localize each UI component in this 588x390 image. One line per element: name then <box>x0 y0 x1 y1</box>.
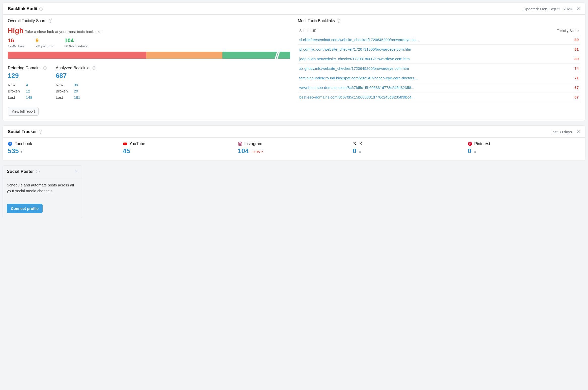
ref-value[interactable]: 4 <box>26 83 28 87</box>
info-icon[interactable]: i <box>36 170 40 173</box>
social-value-row: 5350 <box>8 147 120 155</box>
ref-label: Broken <box>8 89 23 93</box>
social-item-youtube: YouTube45 <box>123 142 235 155</box>
social-item-header[interactable]: Instagram <box>238 142 350 146</box>
social-value-row: 00 <box>468 147 580 155</box>
social-poster-card: Social Poster i ✕ Schedule and automate … <box>3 165 82 218</box>
analyzed-backlinks-label: Analyzed Backlinks <box>56 66 91 70</box>
toxicity-score-cell: 67 <box>531 83 580 92</box>
ref-value[interactable]: 161 <box>74 95 80 100</box>
toxicity-score-cell: 67 <box>531 92 580 102</box>
table-row: best-seo-domains.com/8c67fd5c15b605331d7… <box>298 92 580 102</box>
info-icon[interactable]: i <box>93 66 96 70</box>
social-delta: -0.95% <box>251 150 263 154</box>
toxicity-score-cell: 74 <box>531 64 580 73</box>
close-icon[interactable]: ✕ <box>576 129 580 134</box>
col-toxicity-score: Toxicity Score <box>531 27 580 35</box>
social-name: Instagram <box>244 142 262 146</box>
table-row: www.best-seo-domains.com/8c67fd5c15b6053… <box>298 83 580 92</box>
social-value-row: 00 <box>353 147 465 155</box>
ref-row: New 39 <box>56 82 106 88</box>
source-url-cell[interactable]: femininaunderground.blogspot.com/2021/07… <box>298 73 531 83</box>
most-toxic-section: Most Toxic Backlinks i Source URL Toxici… <box>298 19 580 116</box>
ref-label: New <box>8 83 23 87</box>
close-icon[interactable]: ✕ <box>576 7 580 11</box>
info-icon[interactable]: i <box>39 7 43 11</box>
social-item-header[interactable]: X <box>353 142 465 146</box>
svg-point-4 <box>241 143 241 143</box>
table-row: sl.clickfreeseminar.com/website_checker/… <box>298 35 580 45</box>
social-name: Facebook <box>14 142 32 146</box>
toxic-count: 16 <box>8 37 25 44</box>
toxicity-score-cell: 89 <box>531 35 580 45</box>
svg-point-5 <box>468 142 472 146</box>
toxicity-score-cell: 80 <box>531 54 580 64</box>
ref-value[interactable]: 12 <box>26 89 30 93</box>
social-poster-text: Schedule and automate posts across all y… <box>7 182 78 194</box>
source-url-cell[interactable]: jeep.b3ch.net/website_checker/1720818000… <box>298 54 531 64</box>
non-toxic-pct: 80.6% non-toxic <box>64 44 88 48</box>
toxicity-section: Overall Toxicity Score i High Take a clo… <box>8 19 290 116</box>
social-value[interactable]: 104 <box>238 147 249 155</box>
toxicity-level: High <box>8 27 23 35</box>
backlink-audit-card: Backlink Audit i Updated: Mon, Sep 23, 2… <box>3 3 585 121</box>
instagram-icon <box>238 142 242 146</box>
source-url-cell[interactable]: sl.clickfreeseminar.com/website_checker/… <box>298 35 531 45</box>
social-item-instagram: Instagram104-0.95% <box>238 142 350 155</box>
toxicity-label: Overall Toxicity Score <box>8 19 47 23</box>
updated-label: Updated: Mon, Sep 23, 2024 <box>523 7 572 11</box>
analyzed-backlinks-total[interactable]: 687 <box>56 72 106 80</box>
source-url-cell[interactable]: pl.cdntiyu.com/website_checker/172073160… <box>298 45 531 54</box>
source-url-cell[interactable]: best-seo-domains.com/8c67fd5c15b605331d7… <box>298 92 531 102</box>
close-icon[interactable]: ✕ <box>74 169 78 174</box>
table-row: jeep.b3ch.net/website_checker/1720818000… <box>298 54 580 64</box>
social-item-header[interactable]: Facebook <box>8 142 120 146</box>
social-value[interactable]: 0 <box>353 147 356 155</box>
ref-value[interactable]: 148 <box>26 95 32 100</box>
pot-toxic-count: 9 <box>36 37 54 44</box>
ref-value[interactable]: 39 <box>74 83 78 87</box>
most-toxic-label: Most Toxic Backlinks <box>298 19 335 23</box>
social-item-header[interactable]: Pinterest <box>468 142 580 146</box>
source-url-cell[interactable]: az.ghucy.info/website_checker/1720645200… <box>298 64 531 73</box>
social-item-header[interactable]: YouTube <box>123 142 235 146</box>
toxicity-subtitle: Take a close look at your most toxic bac… <box>25 29 101 34</box>
social-tracker-header: Social Tracker i Last 30 days ✕ <box>3 126 585 138</box>
table-row: femininaunderground.blogspot.com/2021/07… <box>298 73 580 83</box>
referring-domains-label: Referring Domains <box>8 66 41 70</box>
table-row: az.ghucy.info/website_checker/1720645200… <box>298 64 580 73</box>
social-delta: 0 <box>474 150 476 154</box>
toxicity-bar-chart <box>8 52 290 59</box>
info-icon[interactable]: i <box>49 19 52 23</box>
toxicity-bar-non-toxic <box>222 52 290 59</box>
ref-value[interactable]: 29 <box>74 89 78 93</box>
info-icon[interactable]: i <box>337 19 340 23</box>
social-value[interactable]: 45 <box>123 147 130 155</box>
source-url-cell[interactable]: www.best-seo-domains.com/8c67fd5c15b6053… <box>298 83 531 92</box>
svg-point-3 <box>239 143 241 145</box>
ref-row: Lost 148 <box>8 94 53 101</box>
pot-toxic-pct: 7% pot. toxic <box>36 44 54 48</box>
connect-profile-button[interactable]: Connect profile <box>7 204 43 213</box>
toxic-pct: 12.4% toxic <box>8 44 25 48</box>
social-tracker-range: Last 30 days <box>550 130 572 134</box>
info-icon[interactable]: i <box>43 66 47 70</box>
social-item-x: X00 <box>353 142 465 155</box>
view-full-report-button[interactable]: View full report <box>8 107 39 116</box>
facebook-icon <box>8 142 12 146</box>
ref-row: Lost 161 <box>56 94 106 101</box>
social-poster-header: Social Poster i ✕ <box>3 166 82 178</box>
social-item-pinterest: Pinterest00 <box>468 142 580 155</box>
axis-break-icon <box>275 52 279 59</box>
social-value[interactable]: 535 <box>8 147 19 155</box>
ref-label: Lost <box>56 95 71 100</box>
social-value[interactable]: 0 <box>468 147 471 155</box>
social-delta: 0 <box>21 150 23 154</box>
toxicity-score-cell: 81 <box>531 45 580 54</box>
referring-domains-total[interactable]: 129 <box>8 72 53 80</box>
toxicity-score-cell: 71 <box>531 73 580 83</box>
non-toxic-count: 104 <box>64 37 88 44</box>
x-icon <box>353 142 357 146</box>
col-source-url: Source URL <box>298 27 531 35</box>
info-icon[interactable]: i <box>39 130 42 134</box>
